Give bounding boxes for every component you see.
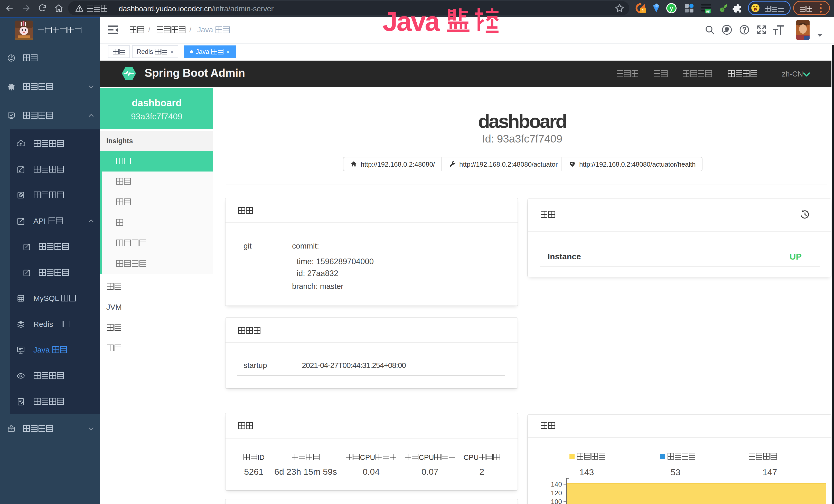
svg-text:1: 1 <box>642 8 644 13</box>
svg-text:on: on <box>706 9 710 13</box>
svg-text:y: y <box>670 5 673 12</box>
